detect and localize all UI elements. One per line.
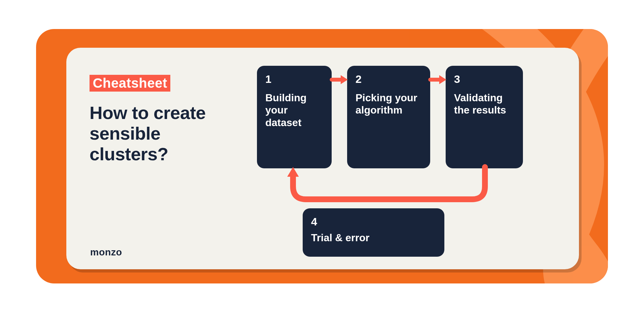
cheatsheet-card: Cheatsheet How to create sensible cluste… [66,48,579,269]
step-label: Trial & error [311,232,436,244]
diagram-area: 1 Building your dataset 2 Picking your a… [238,66,558,254]
outer-panel: Cheatsheet How to create sensible cluste… [36,29,608,283]
page-title: How to create sensible clusters? [90,103,238,164]
arrow-right-icon [331,74,348,85]
step-card-1: 1 Building your dataset [257,66,332,168]
step-number: 3 [454,74,515,84]
step-number: 2 [355,74,422,84]
step-card-2: 2 Picking your algorithm [347,66,430,168]
step-card-4: 4 Trial & error [303,208,444,257]
left-column: Cheatsheet How to create sensible cluste… [90,66,238,254]
brand-logo: monzo [90,247,122,258]
step-number: 1 [265,74,323,84]
step-label: Picking your algorithm [355,92,422,116]
cheatsheet-tag: Cheatsheet [90,75,170,92]
step-card-3: 3 Validating the results [446,66,523,168]
step-label: Building your dataset [265,92,323,129]
arrow-right-icon [430,74,447,85]
step-label: Validating the results [454,92,515,116]
step-number: 4 [311,216,436,227]
